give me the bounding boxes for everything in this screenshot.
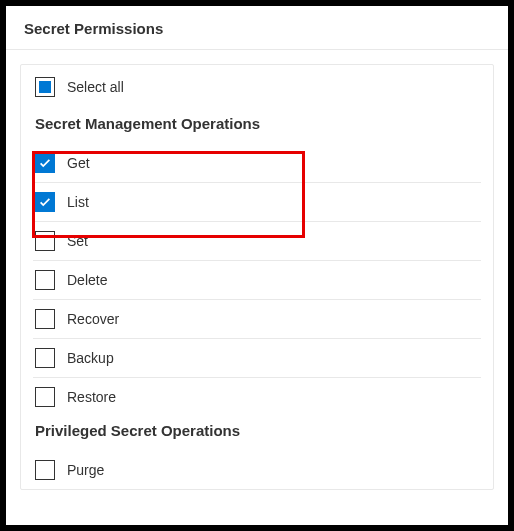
permission-item-recover[interactable]: Recover [33,300,481,339]
section-title-management: Secret Management Operations [35,115,481,132]
permission-label: Delete [67,272,107,288]
panel-title: Secret Permissions [24,20,490,37]
permission-label: Purge [67,462,104,478]
checkmark-icon [38,156,52,170]
checkbox-recover[interactable] [35,309,55,329]
checkbox-get[interactable] [35,153,55,173]
permission-item-delete[interactable]: Delete [33,261,481,300]
checkbox-restore[interactable] [35,387,55,407]
permission-label: Backup [67,350,114,366]
checkbox-set[interactable] [35,231,55,251]
panel-header: Secret Permissions [6,6,508,50]
permission-item-restore[interactable]: Restore [33,378,481,416]
permission-item-get[interactable]: Get [33,144,481,183]
permission-label: Set [67,233,88,249]
permission-item-list[interactable]: List [33,183,481,222]
select-all-row[interactable]: Select all [33,77,481,97]
checkbox-delete[interactable] [35,270,55,290]
checkbox-backup[interactable] [35,348,55,368]
permission-item-purge[interactable]: Purge [33,451,481,489]
permissions-card: Select all Secret Management Operations … [20,64,494,490]
section-title-privileged: Privileged Secret Operations [35,422,481,439]
permission-label: Restore [67,389,116,405]
select-all-label: Select all [67,79,124,95]
permission-label: Recover [67,311,119,327]
checkbox-list[interactable] [35,192,55,212]
permission-label: Get [67,155,90,171]
privileged-items: Purge [33,451,481,489]
management-items: Get List Set [33,144,481,416]
permission-item-backup[interactable]: Backup [33,339,481,378]
permissions-panel: Secret Permissions Select all Secret Man… [6,6,508,525]
checkmark-icon [38,195,52,209]
select-all-checkbox[interactable] [35,77,55,97]
panel-content: Select all Secret Management Operations … [6,50,508,490]
permission-item-set[interactable]: Set [33,222,481,261]
permission-label: List [67,194,89,210]
checkbox-purge[interactable] [35,460,55,480]
